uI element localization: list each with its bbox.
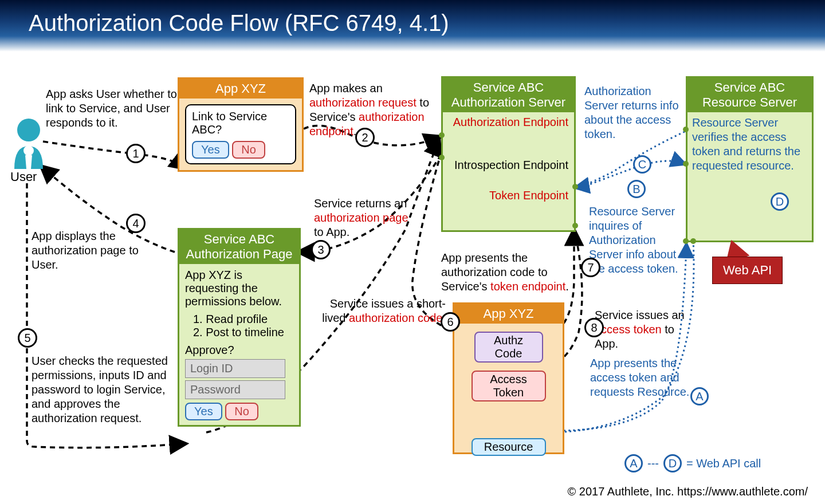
step-d-icon: D: [771, 192, 789, 211]
introspection-endpoint: Introspection Endpoint: [443, 155, 574, 175]
dot: [683, 161, 689, 167]
dot: [683, 127, 689, 132]
authorization-page-box: Service ABCAuthorization Page App XYZ is…: [178, 228, 301, 427]
resserver-title: Service ABCResource Server: [688, 78, 812, 112]
dot: [439, 155, 445, 160]
dot: [683, 238, 689, 244]
legend-d-icon: D: [663, 454, 682, 472]
note-step-2: App makes an authorization request to Se…: [309, 81, 438, 139]
legend-a-icon: A: [624, 454, 643, 472]
svg-point-0: [17, 119, 40, 141]
step-5-icon: 5: [18, 328, 37, 348]
note-step-4: App displays the authorization page to U…: [32, 229, 166, 272]
user-icon: [11, 117, 46, 169]
permission-1: 1. Read profile: [193, 313, 293, 326]
step-3-icon: 3: [311, 240, 331, 259]
svg-point-1: [23, 145, 34, 156]
approve-no-button[interactable]: No: [225, 403, 258, 420]
note-resource-server: Resource Server verifies the access toke…: [688, 112, 812, 176]
permission-2: 2. Post to timeline: [193, 326, 293, 339]
dot: [690, 238, 696, 244]
dot: [439, 132, 445, 138]
step-c-icon: C: [633, 155, 651, 174]
authorization-endpoint: Authorization Endpoint: [443, 112, 574, 132]
step-2-icon: 2: [355, 128, 375, 147]
password-input[interactable]: Password: [185, 380, 285, 399]
note-step-6: Service issues a short-lived authorizati…: [320, 297, 446, 325]
note-step-b: Resource Server inquires of Authorizatio…: [589, 204, 683, 276]
legend: A --- D = Web API call: [624, 454, 761, 472]
app-box2-title: App XYZ: [454, 304, 563, 324]
note-step-5: User checks the requested permissions, i…: [32, 354, 178, 426]
step-8-icon: 8: [584, 318, 604, 337]
authorization-server-box: Service ABCAuthorization Server Authoriz…: [441, 76, 576, 232]
dot: [572, 184, 578, 190]
authserver-title: Service ABCAuthorization Server: [443, 78, 574, 112]
authz-code-badge: Authz Code: [474, 332, 543, 363]
app-dialog-question: Link to Service ABC?: [192, 110, 289, 136]
note-step-a: App presents the access token and reques…: [590, 356, 690, 399]
login-id-input[interactable]: Login ID: [185, 359, 285, 378]
step-a-icon: A: [690, 387, 709, 405]
step-7-icon: 7: [581, 258, 600, 277]
app-result-box: App XYZ Authz Code Access Token Resource: [453, 302, 564, 454]
no-button[interactable]: No: [232, 141, 265, 159]
user-label: User: [10, 170, 37, 184]
access-token-badge: Access Token: [472, 371, 546, 401]
yes-button[interactable]: Yes: [192, 141, 229, 159]
token-endpoint: Token Endpoint: [443, 186, 574, 206]
step-6-icon: 6: [441, 312, 460, 332]
page-title: Authorization Code Flow (RFC 6749, 4.1): [0, 0, 825, 52]
step-b-icon: B: [627, 180, 646, 198]
webapi-label: Web API: [712, 257, 783, 284]
note-step-3: Service returns an authorization page to…: [314, 196, 417, 239]
authpage-title: Service ABCAuthorization Page: [179, 230, 299, 264]
note-step-7: App presents the authorization code to S…: [441, 251, 573, 294]
resource-badge: Resource: [472, 438, 546, 456]
footer-copyright: © 2017 Authlete, Inc. https://www.authle…: [568, 485, 808, 498]
dot: [572, 223, 578, 229]
note-step-8: Service issues an access token to App.: [595, 308, 686, 351]
step-4-icon: 4: [126, 214, 146, 233]
note-step-c: Authorization Server returns info about …: [584, 84, 682, 141]
app-box1-title: App XYZ: [179, 79, 302, 99]
approve-question: Approve?: [185, 344, 293, 357]
approve-yes-button[interactable]: Yes: [185, 403, 222, 420]
note-step-1: App asks User whether to link to Service…: [46, 87, 178, 130]
app-dialog-box: App XYZ Link to Service ABC? Yes No: [178, 77, 304, 172]
resource-server-box: Service ABCResource Server Resource Serv…: [686, 76, 814, 242]
step-1-icon: 1: [126, 144, 146, 163]
authpage-message: App XYZ is requesting the permissions be…: [185, 269, 293, 308]
